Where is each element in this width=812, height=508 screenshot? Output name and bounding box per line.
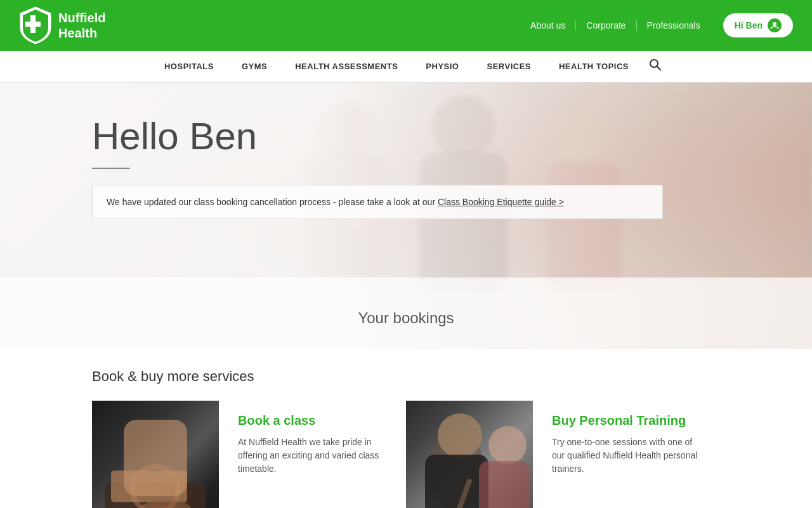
greeting-text: Hello Ben bbox=[92, 114, 720, 158]
top-right-nav: About us Corporate Professionals Hi Ben bbox=[520, 13, 793, 37]
main-nav: HOSPITALS GYMS HEALTH ASSESSMENTS PHYSIO… bbox=[0, 51, 812, 83]
book-class-card: Book a class At Nuffield Health we take … bbox=[92, 401, 406, 508]
user-account-button[interactable]: Hi Ben bbox=[723, 13, 793, 37]
bookings-banner: Your bookings bbox=[0, 277, 812, 349]
services-grid: Book a class At Nuffield Health we take … bbox=[92, 401, 720, 508]
book-class-info: Book a class At Nuffield Health we take … bbox=[219, 401, 406, 508]
brand-name: Nuffield Health bbox=[58, 10, 105, 41]
notice-link[interactable]: Class Booking Etiquette guide > bbox=[438, 197, 564, 207]
hero-section: Hello Ben We have updated our class book… bbox=[0, 83, 812, 349]
services-section-title: Book & buy more services bbox=[92, 368, 720, 385]
user-avatar-icon bbox=[768, 18, 782, 32]
personal-training-card: Buy Personal Training Try one-to-one ses… bbox=[406, 401, 720, 508]
personal-training-info: Buy Personal Training Try one-to-one ses… bbox=[533, 401, 720, 508]
notice-text: We have updated our class booking cancel… bbox=[107, 197, 438, 207]
nuffield-shield-icon bbox=[19, 6, 52, 45]
nav-health-assessments[interactable]: HEALTH ASSESSMENTS bbox=[281, 51, 412, 83]
book-class-description: At Nuffield Health we take pride in offe… bbox=[238, 436, 387, 507]
top-bar: Nuffield Health About us Corporate Profe… bbox=[0, 0, 812, 51]
professionals-link[interactable]: Professionals bbox=[637, 20, 710, 30]
nav-gyms[interactable]: GYMS bbox=[228, 51, 281, 83]
hero-divider bbox=[92, 168, 130, 169]
corporate-link[interactable]: Corporate bbox=[576, 20, 636, 30]
nav-physio[interactable]: PHYSIO bbox=[412, 51, 473, 83]
nav-services[interactable]: SERVICES bbox=[473, 51, 545, 83]
svg-point-0 bbox=[773, 22, 776, 26]
book-class-image bbox=[92, 401, 219, 508]
notice-box: We have updated our class booking cancel… bbox=[92, 185, 663, 219]
personal-training-title[interactable]: Buy Personal Training bbox=[552, 413, 701, 428]
search-icon[interactable] bbox=[649, 58, 662, 74]
svg-line-2 bbox=[657, 67, 661, 70]
personal-training-description: Try one-to-one sessions with one of our … bbox=[552, 436, 701, 507]
logo[interactable]: Nuffield Health bbox=[19, 6, 105, 45]
bookings-title: Your bookings bbox=[0, 290, 812, 340]
about-us-link[interactable]: About us bbox=[520, 20, 576, 30]
personal-training-image bbox=[406, 401, 533, 508]
services-section: Book & buy more services Book a class At… bbox=[0, 349, 812, 508]
hero-content: Hello Ben We have updated our class book… bbox=[0, 83, 812, 238]
nav-hospitals[interactable]: HOSPITALS bbox=[150, 51, 228, 83]
user-button-label: Hi Ben bbox=[735, 20, 763, 30]
nav-health-topics[interactable]: HEALTH TOPICS bbox=[545, 51, 643, 83]
book-class-title[interactable]: Book a class bbox=[238, 413, 387, 428]
